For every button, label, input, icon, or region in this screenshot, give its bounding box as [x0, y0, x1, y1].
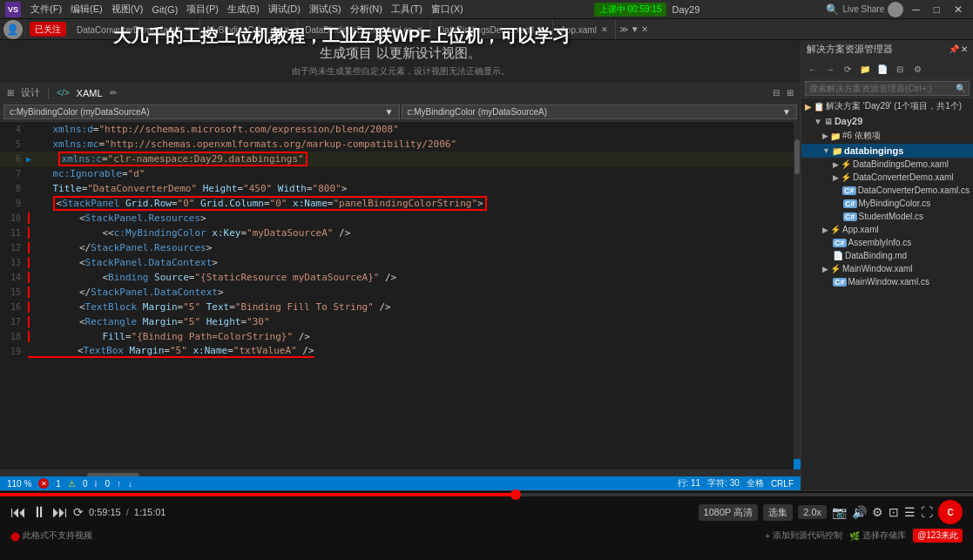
tab-mybindingcolor[interactable]: MyBindingColor.cs✕ [200, 19, 299, 40]
design-btn[interactable]: 设计 [21, 86, 40, 99]
message-icon: ℹ [94, 479, 98, 489]
settings-button[interactable]: ⚙ [872, 505, 883, 519]
tree-item-solution[interactable]: ▶ 📋 解决方案 'Day29' (1个项目，共1个) [801, 98, 973, 114]
editor-scrollbar-v[interactable] [794, 122, 801, 469]
menu-debug[interactable]: 调试(D) [264, 1, 305, 17]
menu-tools[interactable]: 工具(T) [387, 1, 427, 17]
solution-explorer-panel: 解决方案资源管理器 📌 ✕ ← → ⟳ 📁 📄 ⊟ ⚙ 🔍 [801, 40, 973, 490]
code-editor[interactable]: 4 xmlns:d="http://schemas.microsoft.com/… [0, 122, 801, 469]
show-files-icon[interactable]: 📄 [875, 61, 890, 77]
menu-edit[interactable]: 编辑(E) [66, 1, 107, 17]
xaml-btn[interactable]: XAML [77, 88, 103, 98]
line-num-19: 19 [0, 347, 26, 356]
line-content-5: xmlns:mc="http://schemas.openxmlformats.… [26, 138, 456, 150]
tree-item-mainwindowcs[interactable]: C# MainWindow.xaml.cs [801, 275, 973, 288]
tree-item-deps[interactable]: ▶ 📁 #6 依赖项 [801, 128, 973, 144]
up-arrow[interactable]: ↑ [117, 479, 121, 489]
editor-scrollbar-h[interactable] [0, 469, 801, 476]
folder-icon[interactable]: 📁 [857, 61, 873, 77]
quality-badge[interactable]: 选集 [763, 504, 793, 521]
line-num-15: 15 [0, 287, 26, 297]
csdn-avatar[interactable]: C [938, 500, 963, 524]
resolution-badge[interactable]: 1080P 高清 [699, 504, 759, 521]
line-content-16: <TextBlock Margin="5" Text="Binding Fill… [28, 301, 391, 313]
progress-bar-container[interactable] [0, 493, 973, 496]
next-button[interactable]: ⏭ [52, 503, 68, 522]
progress-bar-fill [0, 493, 516, 496]
design-icon: ⊞ [7, 88, 14, 98]
close-button[interactable]: ✕ [949, 3, 968, 16]
prev-button[interactable]: ⏮ [10, 503, 26, 522]
solution-tree: ▶ 📋 解决方案 'Day29' (1个项目，共1个) ▼ 🖥 Day29 ▶ … [801, 98, 973, 490]
repo-select-btn[interactable]: 🌿选择存储库 [849, 530, 906, 542]
line-content-13: <StackPanel.DataContext> [28, 257, 218, 268]
play-pause-button[interactable]: ⏸ [31, 503, 47, 522]
tab-overflow-btns[interactable]: ≫ ▼ ✕ [616, 19, 652, 39]
line-content-14: <Binding Source="{StaticResource myDataS… [28, 272, 396, 283]
tab-close-4[interactable]: ✕ [601, 25, 608, 34]
menu-analyze[interactable]: 分析(N) [346, 1, 387, 17]
menu-file[interactable]: 文件(F) [26, 1, 66, 17]
menu-view[interactable]: 视图(V) [107, 1, 148, 17]
expand-icon[interactable]: ⊞ [787, 88, 794, 98]
error-icon[interactable]: ✕ [38, 478, 49, 489]
speed-badge[interactable]: 2.0x [798, 505, 827, 519]
code-nav-left[interactable]: c:MyBindingColor (myDataSourceA)▼ [3, 105, 400, 119]
menu-project[interactable]: 项目(P) [182, 1, 223, 17]
back-icon[interactable]: ← [805, 61, 821, 77]
code-nav-right[interactable]: c:MyBindingColor (myDataSourceA)▼ [402, 105, 798, 119]
solution-toolbar: ← → ⟳ 📁 📄 ⊟ ⚙ [801, 59, 973, 79]
solution-explorer-header: 解决方案资源管理器 📌 ✕ [801, 40, 973, 59]
playlist-button[interactable]: ☰ [904, 505, 916, 519]
follow-btn[interactable]: 已关注 [30, 22, 66, 37]
tree-item-appxaml[interactable]: ▶ ⚡ App.xaml [801, 223, 973, 236]
tree-item-dataconverterdemo[interactable]: ▶ ⚡ DataConverterDemo.xaml [801, 171, 973, 184]
menu-build[interactable]: 生成(B) [223, 1, 264, 17]
menu-window[interactable]: 窗口(X) [427, 1, 468, 17]
tree-item-dataconvertercs[interactable]: C# DataConverterDemo.xaml.cs [801, 184, 973, 197]
tab-datacvt[interactable]: DataConverterDemo.xaml*✕ [70, 19, 200, 40]
zoom-level: 110 % [7, 479, 31, 489]
csdn-user-badge[interactable]: @123来此 [913, 529, 963, 543]
settings-sol-icon[interactable]: ⚙ [909, 61, 925, 77]
tab-databindingscs[interactable]: DataBindingsDemo.xaml.cs✕ [298, 19, 431, 40]
tree-item-databindingsdemo[interactable]: ▶ ⚡ DataBindingsDemo.xaml [801, 158, 973, 171]
refresh-button[interactable]: ⟳ [73, 505, 84, 519]
search-icon[interactable]: 🔍 [826, 3, 839, 16]
tab-close-0[interactable]: ✕ [186, 25, 193, 34]
panel-pin-icon[interactable]: 📌 [949, 44, 959, 54]
tab-appxaml[interactable]: App.xaml✕ [553, 19, 616, 40]
menu-test[interactable]: 测试(S) [305, 1, 346, 17]
forward-icon[interactable]: → [822, 61, 838, 77]
menu-git[interactable]: Git(G) [147, 3, 182, 17]
errors-count: 1 [56, 479, 61, 489]
screenshot-button[interactable]: 📷 [832, 505, 847, 519]
fullscreen-button[interactable]: ⛶ [921, 505, 933, 519]
tree-item-databingings[interactable]: ▼ 📁 databingings [801, 144, 973, 158]
time-current: 0:59:15 [89, 507, 121, 517]
collapse-icon[interactable]: ⊟ [773, 88, 780, 98]
edit-icon[interactable]: ✏ [110, 88, 117, 98]
tab-databindingsxaml[interactable]: DataBindingsDemo.xaml✕ [431, 19, 553, 40]
tree-item-databinding-md[interactable]: 📄 DataBinding.md [801, 249, 973, 262]
add-git-btn[interactable]: +添加到源代码控制 [765, 530, 842, 542]
tab-close-1[interactable]: ✕ [283, 25, 290, 34]
tree-item-studentmodel[interactable]: C# StudentModel.cs [801, 210, 973, 223]
tree-item-mainwindow[interactable]: ▶ ⚡ MainWindow.xaml [801, 262, 973, 275]
sync-icon[interactable]: ⟳ [840, 61, 855, 77]
maximize-button[interactable]: □ [929, 3, 945, 16]
panel-close-icon[interactable]: ✕ [961, 44, 968, 54]
tree-item-project[interactable]: ▼ 🖥 Day29 [801, 114, 973, 128]
minimize-button[interactable]: ─ [907, 3, 925, 16]
solution-search-input[interactable] [805, 81, 970, 96]
line-num-11: 11 [0, 228, 26, 238]
tab-close-3[interactable]: ✕ [538, 25, 545, 34]
down-arrow[interactable]: ↓ [128, 479, 132, 489]
filter-icon[interactable]: ⊟ [892, 61, 908, 77]
tree-item-mybindingcolor[interactable]: C# MyBindingColor.cs [801, 197, 973, 210]
tab-close-2[interactable]: ✕ [416, 25, 423, 34]
volume-button[interactable]: 🔊 [852, 505, 867, 519]
avatar-icon[interactable] [888, 2, 903, 17]
pip-button[interactable]: ⊡ [889, 505, 899, 519]
tree-item-assemblyinfo[interactable]: C# AssemblyInfo.cs [801, 236, 973, 249]
